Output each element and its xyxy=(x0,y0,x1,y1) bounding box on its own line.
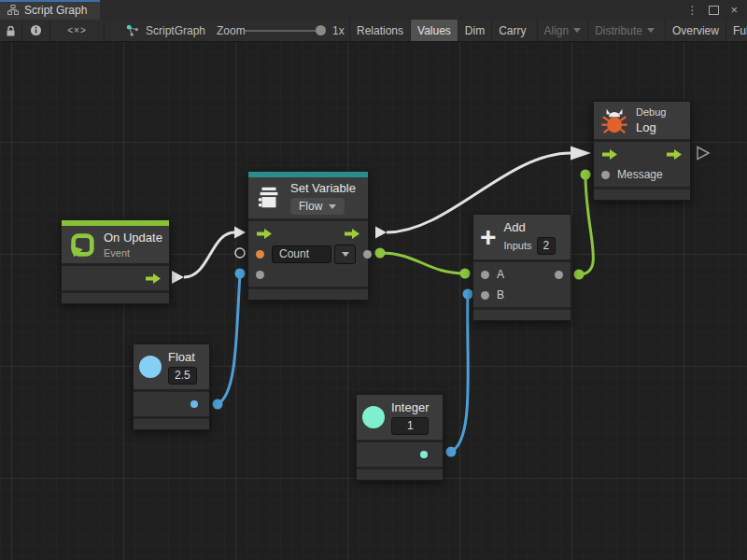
node-title: Log xyxy=(636,120,666,134)
toolbar-button-carry[interactable]: Carry xyxy=(491,20,532,41)
toolbar-button-dim[interactable]: Dim xyxy=(458,20,491,41)
code-preview-button[interactable]: <×> xyxy=(50,20,105,41)
node-title: Add xyxy=(504,220,557,234)
zoom-slider-track[interactable] xyxy=(245,30,321,32)
node-footer xyxy=(248,289,368,300)
chevron-down-icon xyxy=(329,204,336,209)
flow-port-connector[interactable] xyxy=(172,271,184,284)
tab-title: Script Graph xyxy=(24,4,87,17)
bug-icon xyxy=(600,106,628,134)
integer-value-field[interactable]: 1 xyxy=(391,417,429,435)
flow-out-port[interactable] xyxy=(145,273,162,285)
node-title: Integer xyxy=(391,400,429,414)
wire-endpoint[interactable] xyxy=(581,170,591,180)
variable-name-dropdown-button[interactable] xyxy=(334,245,356,264)
wire-endpoint[interactable] xyxy=(574,270,585,280)
toolbar-button-values[interactable]: Values xyxy=(410,20,458,41)
inputs-label: Inputs xyxy=(504,240,532,251)
node-title: On Update xyxy=(104,231,162,245)
wire-onupdate-setvariable[interactable] xyxy=(184,232,234,277)
info-icon xyxy=(30,24,42,36)
flow-port-connector[interactable] xyxy=(375,227,387,239)
close-icon[interactable]: × xyxy=(730,4,738,16)
float-out-port[interactable] xyxy=(190,400,198,408)
float-value-field[interactable]: 2.5 xyxy=(168,367,197,385)
more-options-icon[interactable]: ⋮ xyxy=(686,5,698,16)
wire-endpoint[interactable] xyxy=(463,289,473,300)
plus-icon: + xyxy=(480,225,497,249)
value-in-port[interactable] xyxy=(256,271,264,279)
wire-float-setvariable[interactable] xyxy=(218,273,240,404)
flow-port-connector[interactable] xyxy=(234,227,246,239)
value-out-port[interactable] xyxy=(363,250,372,259)
unconnected-flow-port[interactable] xyxy=(698,147,709,160)
maximize-icon[interactable] xyxy=(709,6,719,15)
integer-out-port[interactable] xyxy=(420,451,428,458)
variable-name-field[interactable]: Count xyxy=(272,245,331,263)
node-on-update[interactable]: On Update Event xyxy=(61,219,170,304)
flow-port-connector[interactable] xyxy=(571,147,591,161)
toolbar-button-align: Align xyxy=(537,20,588,41)
flow-out-port[interactable] xyxy=(344,228,360,240)
chevron-down-icon xyxy=(647,28,655,33)
lock-icon xyxy=(6,25,16,36)
wire-endpoint[interactable] xyxy=(375,248,386,259)
node-add[interactable]: + Add Inputs 2 A B xyxy=(472,214,571,321)
float-icon xyxy=(139,356,162,378)
variable-icon xyxy=(255,184,283,212)
wire-endpoint[interactable] xyxy=(213,399,223,410)
loop-event-icon xyxy=(68,231,96,259)
node-footer xyxy=(594,189,690,200)
wire-endpoint[interactable] xyxy=(235,269,246,279)
toolbar-button-fullscreen[interactable]: Full Screen xyxy=(726,20,747,41)
window-titlebar: Script Graph ⋮ × xyxy=(0,0,747,20)
graph-name-label: ScriptGraph xyxy=(146,24,205,37)
input-b-port[interactable] xyxy=(481,291,489,300)
wire-endpoint[interactable] xyxy=(446,447,457,457)
toolbar-button-relations[interactable]: Relations xyxy=(349,20,410,41)
wire-setvariable-add[interactable] xyxy=(380,253,465,273)
graph-toolbar: <×> ScriptGraph Zoom 1x Relations Values… xyxy=(0,20,747,42)
graph-breadcrumb[interactable]: ScriptGraph xyxy=(126,20,205,41)
variable-in-port[interactable] xyxy=(256,250,264,259)
input-a-port[interactable] xyxy=(481,271,489,279)
wire-add-debuglog[interactable] xyxy=(579,175,593,274)
wire-integer-add[interactable] xyxy=(451,294,468,452)
port-label-a: A xyxy=(497,268,504,281)
unconnected-value-port[interactable] xyxy=(235,248,245,258)
zoom-slider-handle[interactable] xyxy=(316,25,326,35)
flow-in-port[interactable] xyxy=(256,228,273,240)
zoom-value: 1x xyxy=(332,20,345,41)
node-subtitle: Event xyxy=(104,247,162,259)
node-title: Set Variable xyxy=(290,181,356,195)
info-button[interactable] xyxy=(22,20,50,41)
node-title: Float xyxy=(168,350,197,364)
variable-kind-dropdown[interactable]: Flow xyxy=(290,198,345,215)
node-set-variable[interactable]: Set Variable Flow Count xyxy=(247,171,369,301)
node-debug-log[interactable]: Debug Log Message xyxy=(593,101,691,201)
wire-endpoint[interactable] xyxy=(460,269,471,279)
chevron-down-icon xyxy=(342,252,349,257)
toolbar-button-overview[interactable]: Overview xyxy=(665,20,726,41)
inputs-count-field[interactable]: 2 xyxy=(537,237,557,255)
graph-canvas[interactable]: On Update Event xyxy=(0,42,747,560)
node-surtitle: Debug xyxy=(636,106,666,118)
node-footer xyxy=(357,469,443,480)
zoom-label: Zoom xyxy=(217,20,246,41)
hierarchy-icon xyxy=(7,5,19,15)
node-footer xyxy=(62,293,169,303)
toolbar-button-distribute: Distribute xyxy=(587,20,661,41)
message-label: Message xyxy=(617,168,663,181)
code-icon: <×> xyxy=(67,25,87,35)
result-out-port[interactable] xyxy=(555,271,563,279)
flow-in-port[interactable] xyxy=(601,148,618,161)
node-footer xyxy=(134,419,209,429)
flow-out-port[interactable] xyxy=(666,148,683,161)
node-footer xyxy=(473,310,571,320)
node-integer[interactable]: Integer 1 xyxy=(356,394,444,481)
lock-button[interactable] xyxy=(0,20,22,41)
node-float[interactable]: Float 2.5 xyxy=(133,343,210,430)
tab-script-graph[interactable]: Script Graph xyxy=(0,0,100,20)
message-in-port[interactable] xyxy=(601,171,610,179)
script-graph-icon xyxy=(126,24,139,37)
